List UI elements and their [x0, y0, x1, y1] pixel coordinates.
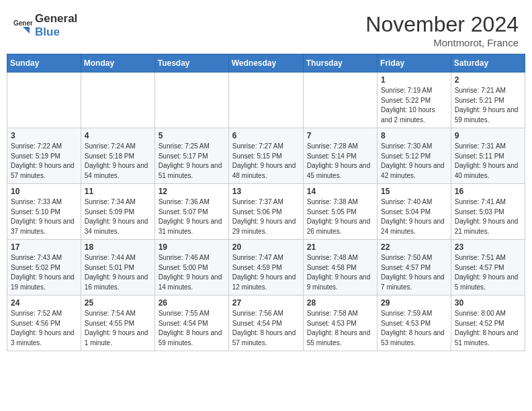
calendar-cell: 30 Sunrise: 8:00 AM Sunset: 4:52 PM Dayl…: [451, 295, 525, 351]
sunset-text: Sunset: 5:19 PM: [11, 152, 60, 160]
svg-text:General: General: [13, 19, 32, 27]
sunrise-text: Sunrise: 7:28 AM: [307, 142, 358, 150]
day-info: Sunrise: 7:46 AM Sunset: 5:00 PM Dayligh…: [159, 253, 225, 292]
daylight-text: Daylight: 9 hours and 14 minutes.: [159, 273, 222, 291]
sunset-text: Sunset: 5:17 PM: [159, 152, 208, 160]
daylight-text: Daylight: 9 hours and 24 minutes.: [381, 218, 445, 235]
calendar-cell: 19 Sunrise: 7:46 AM Sunset: 5:00 PM Dayl…: [154, 240, 228, 295]
daylight-text: Daylight: 9 hours and 45 minutes.: [307, 162, 371, 179]
sunset-text: Sunset: 5:09 PM: [85, 208, 134, 216]
daylight-text: Daylight: 8 hours and 55 minutes.: [307, 329, 371, 347]
daylight-text: Daylight: 9 hours and 7 minutes.: [381, 273, 445, 291]
day-info: Sunrise: 7:54 AM Sunset: 4:55 PM Dayligh…: [85, 309, 151, 348]
day-info: Sunrise: 8:00 AM Sunset: 4:52 PM Dayligh…: [455, 309, 521, 348]
day-number: 3: [11, 131, 77, 140]
logo-wordmark: General Blue: [35, 12, 77, 39]
daylight-text: Daylight: 9 hours and 54 minutes.: [85, 162, 148, 179]
day-number: 22: [381, 242, 447, 252]
day-info: Sunrise: 7:33 AM Sunset: 5:10 PM Dayligh…: [11, 197, 77, 236]
day-info: Sunrise: 7:48 AM Sunset: 4:58 PM Dayligh…: [307, 253, 373, 292]
sunrise-text: Sunrise: 7:48 AM: [307, 254, 358, 261]
sunrise-text: Sunrise: 7:37 AM: [232, 198, 283, 205]
calendar-cell: 27 Sunrise: 7:56 AM Sunset: 4:54 PM Dayl…: [228, 295, 303, 351]
sunset-text: Sunset: 4:56 PM: [11, 320, 60, 327]
sunrise-text: Sunrise: 7:27 AM: [232, 142, 283, 150]
logo-blue: Blue: [35, 26, 60, 38]
logo-icon: General: [13, 16, 32, 35]
sunrise-text: Sunrise: 7:59 AM: [381, 310, 432, 317]
calendar-cell: 6 Sunrise: 7:27 AM Sunset: 5:15 PM Dayli…: [228, 128, 303, 184]
sunset-text: Sunset: 4:57 PM: [455, 264, 504, 271]
calendar-cell: 15 Sunrise: 7:40 AM Sunset: 5:04 PM Dayl…: [378, 184, 451, 240]
sunrise-text: Sunrise: 7:36 AM: [159, 198, 210, 205]
calendar-cell: 23 Sunrise: 7:51 AM Sunset: 4:57 PM Dayl…: [451, 240, 525, 295]
weekday-header-thursday: Thursday: [303, 54, 377, 73]
calendar-cell: [228, 73, 303, 128]
daylight-text: Daylight: 8 hours and 59 minutes.: [159, 329, 222, 347]
day-info: Sunrise: 7:55 AM Sunset: 4:54 PM Dayligh…: [159, 309, 225, 348]
day-number: 14: [307, 187, 373, 196]
daylight-text: Daylight: 8 hours and 57 minutes.: [232, 329, 296, 347]
day-number: 10: [11, 187, 77, 196]
day-info: Sunrise: 7:31 AM Sunset: 5:11 PM Dayligh…: [455, 142, 521, 181]
sunrise-text: Sunrise: 7:54 AM: [85, 310, 136, 317]
sunrise-text: Sunrise: 7:58 AM: [307, 310, 358, 317]
sunrise-text: Sunrise: 7:40 AM: [381, 198, 432, 205]
sunset-text: Sunset: 4:57 PM: [381, 264, 431, 271]
day-info: Sunrise: 7:34 AM Sunset: 5:09 PM Dayligh…: [85, 197, 151, 236]
sunrise-text: Sunrise: 7:21 AM: [455, 87, 506, 94]
day-info: Sunrise: 7:37 AM Sunset: 5:06 PM Dayligh…: [232, 197, 300, 236]
day-number: 5: [159, 131, 225, 140]
sunrise-text: Sunrise: 7:43 AM: [11, 254, 62, 261]
sunset-text: Sunset: 5:06 PM: [232, 208, 282, 216]
sunset-text: Sunset: 5:11 PM: [455, 152, 504, 160]
sunrise-text: Sunrise: 7:46 AM: [159, 254, 210, 261]
sunset-text: Sunset: 5:02 PM: [11, 264, 60, 271]
sunrise-text: Sunrise: 7:34 AM: [85, 198, 136, 205]
day-info: Sunrise: 7:22 AM Sunset: 5:19 PM Dayligh…: [11, 142, 77, 181]
day-number: 13: [232, 187, 300, 196]
week-row-5: 24 Sunrise: 7:52 AM Sunset: 4:56 PM Dayl…: [7, 295, 525, 351]
sunset-text: Sunset: 5:10 PM: [11, 208, 60, 216]
calendar-cell: 26 Sunrise: 7:55 AM Sunset: 4:54 PM Dayl…: [154, 295, 228, 351]
day-number: 29: [381, 298, 447, 308]
calendar-cell: 12 Sunrise: 7:36 AM Sunset: 5:07 PM Dayl…: [154, 184, 228, 240]
day-number: 16: [455, 187, 521, 196]
sunset-text: Sunset: 5:05 PM: [307, 208, 357, 216]
day-number: 18: [85, 242, 151, 252]
sunset-text: Sunset: 4:55 PM: [85, 320, 134, 327]
day-info: Sunrise: 7:28 AM Sunset: 5:14 PM Dayligh…: [307, 142, 373, 181]
sunrise-text: Sunrise: 8:00 AM: [455, 310, 506, 317]
daylight-text: Daylight: 9 hours and 37 minutes.: [11, 218, 75, 235]
sunset-text: Sunset: 4:59 PM: [232, 264, 282, 271]
daylight-text: Daylight: 9 hours and 19 minutes.: [11, 273, 75, 291]
daylight-text: Daylight: 9 hours and 40 minutes.: [455, 162, 519, 179]
calendar-cell: 10 Sunrise: 7:33 AM Sunset: 5:10 PM Dayl…: [7, 184, 81, 240]
day-info: Sunrise: 7:41 AM Sunset: 5:03 PM Dayligh…: [455, 197, 521, 236]
sunset-text: Sunset: 4:58 PM: [307, 264, 357, 271]
sunrise-text: Sunrise: 7:24 AM: [85, 142, 136, 150]
sunset-text: Sunset: 5:14 PM: [307, 152, 357, 160]
day-number: 9: [455, 131, 521, 140]
day-number: 2: [455, 75, 521, 85]
day-info: Sunrise: 7:40 AM Sunset: 5:04 PM Dayligh…: [381, 197, 447, 236]
day-info: Sunrise: 7:30 AM Sunset: 5:12 PM Dayligh…: [381, 142, 447, 181]
calendar-cell: 20 Sunrise: 7:47 AM Sunset: 4:59 PM Dayl…: [228, 240, 303, 295]
sunrise-text: Sunrise: 7:22 AM: [11, 142, 62, 150]
daylight-text: Daylight: 8 hours and 53 minutes.: [381, 329, 445, 347]
calendar-cell: 18 Sunrise: 7:44 AM Sunset: 5:01 PM Dayl…: [81, 240, 154, 295]
sunset-text: Sunset: 5:15 PM: [232, 152, 282, 160]
day-info: Sunrise: 7:25 AM Sunset: 5:17 PM Dayligh…: [159, 142, 225, 181]
sunset-text: Sunset: 5:21 PM: [455, 97, 504, 104]
daylight-text: Daylight: 9 hours and 12 minutes.: [232, 273, 296, 291]
day-number: 19: [159, 242, 225, 252]
logo-general: General: [35, 12, 77, 25]
calendar-cell: 14 Sunrise: 7:38 AM Sunset: 5:05 PM Dayl…: [303, 184, 377, 240]
sunset-text: Sunset: 5:22 PM: [381, 97, 431, 104]
day-info: Sunrise: 7:19 AM Sunset: 5:22 PM Dayligh…: [381, 86, 447, 125]
sunrise-text: Sunrise: 7:19 AM: [381, 87, 432, 94]
sunset-text: Sunset: 5:04 PM: [381, 208, 431, 216]
day-number: 6: [232, 131, 300, 140]
sunset-text: Sunset: 4:54 PM: [232, 320, 282, 327]
sunrise-text: Sunrise: 7:38 AM: [307, 198, 358, 205]
